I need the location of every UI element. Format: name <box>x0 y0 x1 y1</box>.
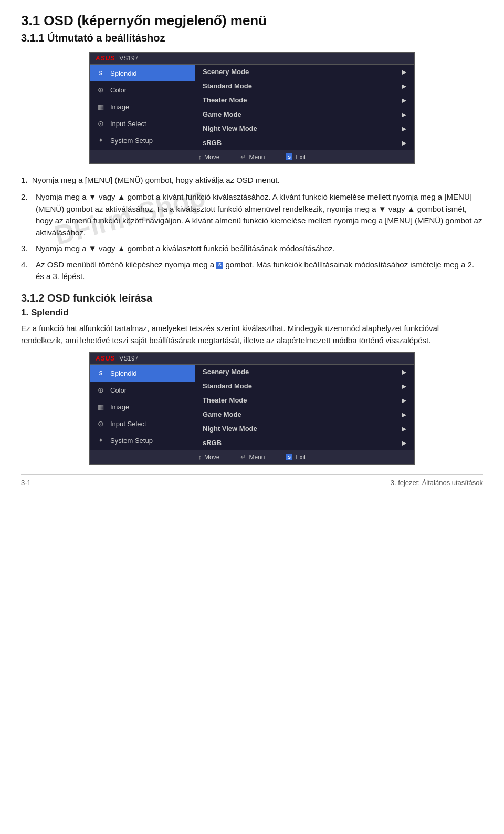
menu-label: Splendid <box>110 69 137 77</box>
osd-footer-item: SExit <box>286 153 306 161</box>
footer-s-icon: S <box>286 454 292 460</box>
right-arrow-icon: ▶ <box>402 439 406 447</box>
right-menu-label: Scenery Mode <box>203 368 249 376</box>
menu-label: Image <box>110 103 129 111</box>
footer-page-num: 3-1 <box>21 479 31 487</box>
right-arrow-icon: ▶ <box>402 125 406 132</box>
right-arrow-icon: ▶ <box>402 383 406 390</box>
right-arrow-icon: ▶ <box>402 97 406 104</box>
menu-icon-color: ⊕ <box>96 85 106 95</box>
osd-right-item[interactable]: sRGB▶ <box>195 136 414 150</box>
right-menu-label: Theater Mode <box>203 396 247 404</box>
instruction-step: 3.Nyomja meg a ▼ vagy ▲ gombot a kiválas… <box>21 243 483 255</box>
right-menu-label: sRGB <box>203 439 222 447</box>
sub-title: 3.1.1 Útmutató a beállításhoz <box>21 32 483 44</box>
osd-left-item-image[interactable]: ▦Image <box>90 98 195 115</box>
right-menu-label: sRGB <box>203 139 222 147</box>
menu-icon-image: ▦ <box>96 401 106 412</box>
osd-brand-1: ASUS <box>96 55 115 62</box>
osd-right-item[interactable]: Theater Mode▶ <box>195 393 414 407</box>
osd-right-item[interactable]: Standard Mode▶ <box>195 79 414 93</box>
menu-label: Splendid <box>110 369 137 377</box>
page-footer: 3-1 3. fejezet: Általános utasítások <box>21 474 483 487</box>
osd-left-item-color[interactable]: ⊕Color <box>90 81 195 98</box>
menu-icon-system: ✦ <box>96 435 106 446</box>
menu-label: Input Select <box>110 420 146 428</box>
osd-left-item-input-select[interactable]: ⊙Input Select <box>90 415 195 432</box>
menu-icon-image: ▦ <box>96 101 106 112</box>
right-menu-label: Game Mode <box>203 110 242 118</box>
osd-header-2: ASUS VS197 <box>90 353 414 365</box>
footer-icon: ↕ <box>198 453 202 461</box>
menu-icon-color: ⊕ <box>96 385 106 395</box>
footer-label: Menu <box>249 153 265 161</box>
right-menu-label: Standard Mode <box>203 382 252 390</box>
right-arrow-icon: ▶ <box>402 139 406 147</box>
menu-label: System Setup <box>110 437 153 445</box>
section-312-heading: 3.1.2 OSD funkciók leírása <box>21 292 483 304</box>
footer-icon: ↵ <box>240 453 246 461</box>
main-title: 3.1 OSD (képernyőn megjelenő) menü <box>21 13 483 29</box>
step-number: 4. <box>21 259 36 283</box>
right-arrow-icon: ▶ <box>402 83 406 90</box>
osd-brand-2: ASUS <box>96 355 115 362</box>
menu-label: Input Select <box>110 120 146 128</box>
s-icon: S <box>216 262 223 269</box>
osd-right-item[interactable]: sRGB▶ <box>195 436 414 450</box>
osd-left-item-splendid[interactable]: SSplendid <box>90 65 195 81</box>
right-arrow-icon: ▶ <box>402 68 406 76</box>
osd-left-panel-2: SSplendid⊕Color▦Image⊙Input Select✦Syste… <box>90 365 195 450</box>
osd-right-item[interactable]: Standard Mode▶ <box>195 379 414 393</box>
menu-icon-S: S <box>96 68 106 78</box>
osd-right-item[interactable]: Scenery Mode▶ <box>195 65 414 79</box>
right-menu-label: Night View Mode <box>203 125 257 132</box>
right-arrow-icon: ▶ <box>402 411 406 418</box>
right-menu-label: Theater Mode <box>203 96 247 104</box>
osd-menu-1: ASUS VS197 SSplendid⊕Color▦Image⊙Input S… <box>89 52 415 164</box>
instruction-list: 2.Nyomja meg a ▼ vagy ▲ gombot a kívánt … <box>21 191 483 283</box>
footer-label: Exit <box>295 454 306 461</box>
osd-left-item-image[interactable]: ▦Image <box>90 398 195 415</box>
osd-right-item[interactable]: Game Mode▶ <box>195 107 414 121</box>
osd-menu-2: ASUS VS197 SSplendid⊕Color▦Image⊙Input S… <box>89 352 415 465</box>
instruction-intro: 1. Nyomja meg a [MENU] (MENÜ) gombot, ho… <box>21 174 483 186</box>
right-menu-label: Standard Mode <box>203 82 252 90</box>
osd-model-1: VS197 <box>119 55 138 62</box>
step-content: Az OSD menüből történő kilépéshez nyomja… <box>36 259 483 283</box>
osd-header-1: ASUS VS197 <box>90 53 414 65</box>
section-splendid-heading: 1. Splendid <box>21 307 483 318</box>
menu-label: System Setup <box>110 137 153 145</box>
osd-footer-2: ↕Move↵MenuSExit <box>90 450 414 464</box>
footer-icon: ↵ <box>240 153 246 161</box>
osd-body-2: SSplendid⊕Color▦Image⊙Input Select✦Syste… <box>90 365 414 450</box>
osd-left-item-system-setup[interactable]: ✦System Setup <box>90 432 195 449</box>
step-content: Nyomja meg a ▼ vagy ▲ gombot a kívánt fu… <box>36 191 483 239</box>
osd-footer-item: ↕Move <box>198 153 220 161</box>
menu-icon-system: ✦ <box>96 135 106 146</box>
osd-right-item[interactable]: Night View Mode▶ <box>195 121 414 136</box>
osd-footer-1: ↕Move↵MenuSExit <box>90 150 414 163</box>
osd-left-item-splendid[interactable]: SSplendid <box>90 365 195 382</box>
osd-left-item-input-select[interactable]: ⊙Input Select <box>90 115 195 132</box>
osd-right-item[interactable]: Scenery Mode▶ <box>195 365 414 379</box>
right-arrow-icon: ▶ <box>402 397 406 404</box>
step-content: Nyomja meg a ▼ vagy ▲ gombot a kiválaszt… <box>36 243 483 255</box>
instruction-step: 4.Az OSD menüből történő kilépéshez nyom… <box>21 259 483 283</box>
section-splendid-text: Ez a funkció hat alfunkciót tartalmaz, a… <box>21 322 483 347</box>
osd-right-panel-2: Scenery Mode▶Standard Mode▶Theater Mode▶… <box>195 365 414 450</box>
osd-left-item-system-setup[interactable]: ✦System Setup <box>90 132 195 149</box>
osd-right-item[interactable]: Night View Mode▶ <box>195 421 414 436</box>
right-menu-label: Night View Mode <box>203 425 257 433</box>
page-container: 3.1 OSD (képernyőn megjelenő) menü 3.1.1… <box>0 0 504 499</box>
footer-label: Move <box>204 153 219 161</box>
osd-left-item-color[interactable]: ⊕Color <box>90 382 195 398</box>
osd-footer-item: ↕Move <box>198 453 220 461</box>
osd-right-panel-1: Scenery Mode▶Standard Mode▶Theater Mode▶… <box>195 65 414 150</box>
osd-right-item[interactable]: Theater Mode▶ <box>195 93 414 107</box>
osd-body-1: SSplendid⊕Color▦Image⊙Input Select✦Syste… <box>90 65 414 150</box>
footer-chapter: 3. fejezet: Általános utasítások <box>391 479 483 487</box>
osd-footer-item: SExit <box>286 454 306 461</box>
osd-right-item[interactable]: Game Mode▶ <box>195 407 414 421</box>
right-arrow-icon: ▶ <box>402 368 406 376</box>
instruction-step: 2.Nyomja meg a ▼ vagy ▲ gombot a kívánt … <box>21 191 483 239</box>
